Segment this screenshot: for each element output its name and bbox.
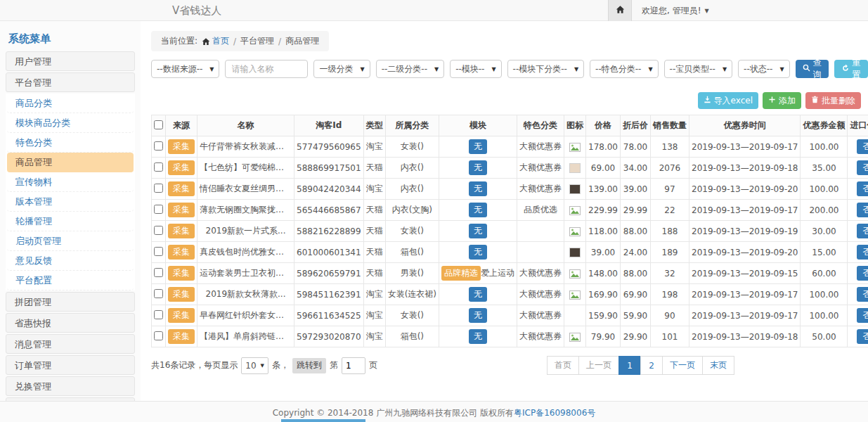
column-header: 名称 — [197, 115, 294, 136]
page-button-上一页[interactable]: 上一页 — [578, 356, 619, 375]
row-checkbox[interactable] — [154, 162, 163, 172]
discount-price: 34.00 — [621, 158, 651, 179]
product-category: 内衣() — [385, 158, 439, 179]
page-button-末页[interactable]: 末页 — [702, 356, 734, 375]
price: 39.00 — [586, 242, 621, 263]
imported-toggle[interactable]: 否 — [857, 160, 868, 175]
add-button[interactable]: 添加 — [763, 92, 801, 109]
feature-category: 大额优惠券 — [517, 179, 564, 200]
select-all-checkbox[interactable] — [154, 120, 163, 129]
coupon-amount: 60.00 — [801, 263, 848, 284]
imported-toggle[interactable]: 否 — [857, 203, 868, 217]
page-button-首页[interactable]: 首页 — [547, 356, 579, 375]
bottom-bar-fragment — [281, 419, 365, 422]
sidebar-item-13[interactable]: 省惠快报 — [6, 313, 135, 333]
sidebar-item-15[interactable]: 订单管理 — [6, 355, 135, 375]
source-badge: 采集 — [168, 160, 195, 175]
import-excel-button[interactable]: 导入excel — [698, 92, 758, 109]
jump-page-input[interactable] — [342, 357, 365, 374]
row-checkbox[interactable] — [154, 205, 163, 214]
name-input[interactable] — [225, 60, 308, 78]
welcome-text: 欢迎您, 管理员! — [642, 5, 701, 17]
imported-toggle[interactable]: 否 — [857, 245, 868, 260]
chevron-down-icon: ▼ — [261, 363, 264, 369]
table-header-row: 来源名称淘客Id类型所属分类模块特色分类图标价格折后价销售数量优惠券时间优惠券金… — [152, 115, 868, 136]
imported-toggle[interactable]: 否 — [857, 181, 868, 196]
column-header: 来源 — [166, 115, 197, 136]
sidebar-item-0[interactable]: 用户管理 — [6, 51, 135, 71]
sidebar-item-2[interactable]: 商品分类 — [7, 94, 134, 113]
sidebar-item-12[interactable]: 拼团管理 — [6, 292, 135, 312]
imported-toggle[interactable]: 否 — [857, 266, 868, 281]
module-select[interactable]: --模块--▼ — [450, 60, 501, 78]
source-badge: 采集 — [168, 287, 195, 302]
top-bar: V省钱达人 欢迎您, 管理员! ▼ — [0, 0, 868, 21]
level2-category-select[interactable]: --二级分类--▼ — [376, 60, 444, 78]
coupon-time: 2019-09-13—2019-09-17 — [689, 284, 801, 305]
row-checkbox[interactable] — [154, 268, 163, 277]
breadcrumb-home-link[interactable]: 首页 — [202, 35, 229, 47]
product-type: 天猫 — [363, 263, 385, 284]
sidebar-item-16[interactable]: 兑换管理 — [6, 376, 135, 396]
products-table: 来源名称淘客Id类型所属分类模块特色分类图标价格折后价销售数量优惠券时间优惠券金… — [151, 115, 868, 347]
image-icon — [569, 333, 581, 342]
imported-toggle[interactable]: 否 — [857, 287, 868, 302]
image-icon — [569, 206, 581, 215]
feature-category — [517, 221, 564, 242]
row-checkbox[interactable] — [154, 247, 163, 256]
user-menu[interactable]: 欢迎您, 管理员! ▼ — [642, 5, 709, 17]
page-button-1[interactable]: 1 — [618, 356, 641, 375]
product-name: 薄款无钢圈文胸聚拢性... — [197, 200, 294, 221]
sidebar-item-5[interactable]: 商品管理 — [7, 153, 134, 172]
row-checkbox[interactable] — [154, 310, 163, 319]
sidebar-item-11[interactable]: 平台配置 — [7, 271, 134, 290]
row-checkbox[interactable] — [154, 289, 163, 298]
level1-category-select[interactable]: 一级分类▼ — [313, 60, 370, 78]
batch-delete-button[interactable]: 批量删除 — [805, 92, 861, 109]
coupon-time: 2019-09-13—2019-09-17 — [689, 200, 801, 221]
search-button[interactable]: 查询 — [796, 60, 829, 78]
sidebar-item-4[interactable]: 特色分类 — [7, 133, 134, 153]
sidebar-item-14[interactable]: 消息管理 — [6, 334, 135, 354]
product-category: 箱包() — [385, 242, 439, 263]
reset-button[interactable]: 重置 — [834, 60, 868, 78]
sidebar: 系统菜单 用户管理平台管理商品分类模块商品分类特色分类商品管理宣传物料版本管理轮… — [0, 21, 141, 401]
sidebar-item-10[interactable]: 意见反馈 — [7, 251, 134, 271]
row-checkbox[interactable] — [154, 141, 163, 151]
chevron-down-icon: ▼ — [360, 66, 364, 72]
table-row: 采集早春网红针织外套女春...596611634525淘宝女装()无大额优惠券1… — [152, 305, 868, 326]
imported-toggle[interactable]: 否 — [857, 224, 868, 238]
row-checkbox[interactable] — [154, 184, 163, 193]
product-name: 真皮钱包时尚优雅女士... — [197, 242, 294, 263]
feature-category: 大额优惠券 — [517, 158, 564, 179]
row-checkbox[interactable] — [154, 331, 163, 340]
module-sub-category-select[interactable]: --模块下分类--▼ — [507, 60, 584, 78]
page-size-select[interactable]: 10▼ — [241, 357, 268, 374]
row-checkbox[interactable] — [154, 226, 163, 235]
page-button-下一页[interactable]: 下一页 — [662, 356, 703, 375]
jump-button[interactable]: 跳转到 — [292, 358, 326, 373]
sidebar-item-1[interactable]: 平台管理 — [6, 72, 135, 92]
item-type-select[interactable]: --宝贝类型--▼ — [664, 60, 732, 78]
sidebar-submenu: 商品分类模块商品分类特色分类商品管理宣传物料版本管理轮播管理启动页管理意见反馈平… — [6, 94, 135, 290]
sidebar-item-9[interactable]: 启动页管理 — [7, 231, 134, 251]
discount-price: 59.90 — [621, 305, 651, 326]
chevron-down-icon: ▼ — [574, 66, 578, 72]
source-badge: 采集 — [168, 203, 195, 217]
feature-category-select[interactable]: --特色分类--▼ — [590, 60, 658, 78]
sidebar-item-6[interactable]: 宣传物料 — [7, 172, 134, 192]
imported-toggle[interactable]: 否 — [857, 329, 868, 344]
sidebar-item-7[interactable]: 版本管理 — [7, 192, 134, 212]
data-source-select[interactable]: --数据来源--▼ — [151, 60, 219, 78]
page-button-2[interactable]: 2 — [640, 356, 663, 375]
coupon-time: 2019-09-13—2019-09-18 — [689, 158, 801, 179]
source-badge: 采集 — [168, 308, 195, 323]
sales-count: 188 — [651, 221, 689, 242]
imported-toggle[interactable]: 否 — [857, 139, 868, 154]
sidebar-item-3[interactable]: 模块商品分类 — [7, 113, 134, 133]
sidebar-item-8[interactable]: 轮播管理 — [7, 212, 134, 231]
imported-toggle[interactable]: 否 — [857, 308, 868, 323]
home-button[interactable] — [608, 0, 632, 21]
status-select[interactable]: --状态--▼ — [738, 60, 789, 78]
icp-link[interactable]: 粤ICP备16098006号 — [514, 408, 595, 418]
